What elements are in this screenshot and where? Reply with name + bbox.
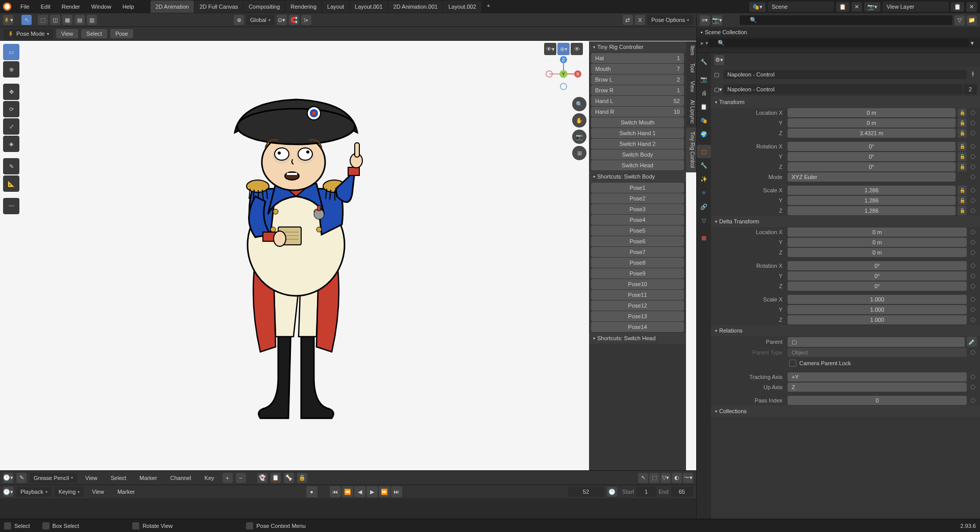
delta-location-z-input[interactable]: 0 m [788,248,967,257]
sidebar-tab-ailipsync[interactable]: AI Lipsync [686,96,696,128]
keyframe-dot-icon[interactable] [970,374,975,379]
workspace-tab[interactable]: Layout.002 [443,1,481,13]
timeline-track[interactable] [0,498,696,519]
tool-measure-icon[interactable]: 📐 [3,175,19,192]
viewlayer-name-input[interactable]: View Layer [883,2,949,12]
delta-rotation-x-input[interactable]: 0° [788,261,967,270]
outliner-display-icon[interactable]: 📷▾ [712,15,722,26]
dopesheet-normalize-icon[interactable]: 〜▾ [683,473,693,483]
workspace-tab[interactable]: Compositing [243,1,285,13]
menu-help[interactable]: Help [117,2,139,12]
location-z-input[interactable]: 3.4321 m [788,129,955,138]
add-key-icon[interactable]: + [223,473,233,483]
rig-slider-hand-r[interactable]: Hand R10 [591,107,684,117]
pose-menu-button[interactable]: Pose [110,29,133,38]
lock-icon[interactable]: 🔓 [958,118,967,128]
transform-section-header[interactable]: Transform [711,96,980,108]
mirror-icon[interactable]: ⇄ [623,15,633,25]
keyframe-dot-icon[interactable] [970,317,975,322]
dopesheet-channel-menu[interactable]: Channel [165,473,197,483]
current-frame-input[interactable]: 52 [568,487,604,497]
start-frame-input[interactable]: 1 [636,487,656,497]
rotation-y-input[interactable]: 0° [788,152,955,161]
pose-button[interactable]: Pose1 [591,183,684,193]
camera-parent-lock-checkbox[interactable] [789,360,796,367]
keyframe-dot-icon[interactable] [970,130,975,136]
delta-transform-header[interactable]: Delta Transform [711,216,980,227]
jump-prev-key-icon[interactable]: ⏪ [342,486,353,497]
editor-type-icon[interactable]: 🧍▾ [3,15,13,25]
xray-icon[interactable]: 👁 [571,43,583,55]
pose-options-dropdown[interactable]: Pose Options [647,15,693,25]
lock-icon[interactable]: 🔓 [958,142,967,151]
pose-button[interactable]: Pose7 [591,247,684,257]
pass-index-input[interactable]: 0 [788,396,967,405]
outliner-filter-icon[interactable]: ▽ [954,15,965,26]
tool-transform-icon[interactable]: ◈ [3,136,19,152]
scene-delete-icon[interactable]: ✕ [851,2,862,12]
prop-tab-render-icon[interactable]: 📷 [697,72,711,86]
keyframe-dot-icon[interactable] [970,349,975,355]
object-users-count[interactable]: 2 [964,84,977,94]
timeline-editor-icon[interactable]: 🕐▾ [3,487,13,497]
navigation-gizmo-icon[interactable]: Z X Y [546,56,581,92]
snap-icon[interactable]: 🧲 [289,15,299,25]
workspace-tab[interactable]: 2D Full Canvas [194,1,243,13]
prop-tab-scene-icon[interactable]: 🎭 [697,114,711,127]
prop-tab-constraint-icon[interactable]: 🔗 [697,200,711,213]
dopesheet-bone-icon[interactable]: 🦴 [284,473,294,483]
keyframe-dot-icon[interactable] [970,208,975,213]
lock-icon[interactable]: 🔓 [958,152,967,161]
scale-x-input[interactable]: 1.286 [788,186,955,195]
keyframe-dot-icon[interactable] [970,384,975,390]
pose-button[interactable]: Pose5 [591,225,684,236]
keyframe-dot-icon[interactable] [970,307,975,312]
play-reverse-icon[interactable]: ◀ [354,486,365,497]
outliner-filter-input[interactable] [708,39,969,47]
prop-tab-modifier-icon[interactable]: 🔧 [697,159,711,172]
grease-pencil-icon[interactable]: ✎ [16,473,27,483]
perspective-icon[interactable]: ⊞ [572,146,586,160]
show-overlays-icon[interactable]: ⊕▾ [557,43,570,55]
workspace-tab[interactable]: 2D Animation.001 [388,1,443,13]
lock-icon[interactable]: 🔓 [958,162,967,171]
menu-edit[interactable]: Edit [36,2,56,12]
camera-icon[interactable]: 📷 [572,130,586,144]
playback-dropdown[interactable]: Playback [16,487,52,497]
pose-button[interactable]: Pose8 [591,258,684,268]
scale-y-input[interactable]: 1.286 [788,196,955,205]
jump-next-key-icon[interactable]: ⏩ [379,486,390,497]
dopesheet-hidden-icon[interactable]: ⬚ [649,473,659,483]
dopesheet-key-menu[interactable]: Key [200,473,219,483]
up-axis-dropdown[interactable]: Z [788,383,967,392]
prop-tab-object-icon[interactable]: ▢ [697,145,711,158]
keyframe-dot-icon[interactable] [970,143,975,149]
lock-icon[interactable]: 🔓 [958,196,967,205]
lock-icon[interactable]: 🔓 [958,129,967,138]
pose-button[interactable]: Pose9 [591,268,684,278]
workspace-add-button[interactable]: + [482,1,495,13]
remove-key-icon[interactable]: − [236,473,246,483]
end-frame-input[interactable]: 65 [671,487,693,497]
select-tweak-icon[interactable]: ↖ [21,15,32,25]
shortcuts-body-header[interactable]: Shortcuts: Switch Body [589,171,686,182]
outliner-scene-collection[interactable]: ▪ Scene Collection [697,27,980,37]
prop-tab-output-icon[interactable]: 🖨 [697,86,711,99]
dopesheet-layers-icon[interactable]: 📋 [271,473,281,483]
keyframe-dot-icon[interactable] [970,283,975,289]
delta-scale-z-input[interactable]: 1.000 [788,315,967,324]
menu-window[interactable]: Window [86,2,116,12]
dopesheet-filter-icon[interactable]: ▽▾ [660,473,671,483]
pose-button[interactable]: Pose12 [591,300,684,311]
dopesheet-select-menu[interactable]: Select [106,473,132,483]
switch-hand2-button[interactable]: Switch Hand 2 [591,139,684,149]
prop-tab-data-icon[interactable]: ▽ [697,214,711,227]
relations-header[interactable]: Relations [711,325,980,336]
outliner-search-input[interactable]: 🔍 [740,15,952,25]
jump-start-icon[interactable]: ⏮ [330,486,341,497]
pose-button[interactable]: Pose4 [591,215,684,225]
delta-rotation-y-input[interactable]: 0° [788,271,967,281]
lock-icon[interactable]: 🔓 [958,206,967,215]
pose-button[interactable]: Pose13 [591,311,684,321]
dopesheet-view-menu[interactable]: View [80,473,103,483]
